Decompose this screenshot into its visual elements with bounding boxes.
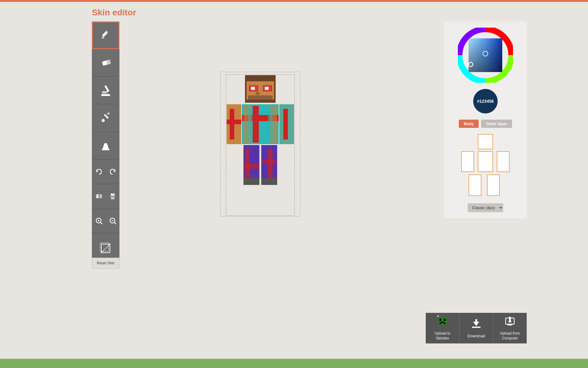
- svg-rect-64: [221, 72, 300, 216]
- svg-rect-16: [96, 195, 97, 197]
- skin-canvas-area: [138, 21, 383, 267]
- svg-rect-73: [439, 319, 441, 321]
- skin-sprite: [220, 72, 300, 217]
- zoom-in-button[interactable]: [92, 209, 106, 233]
- body-part-head[interactable]: [478, 134, 493, 149]
- top-bar: [0, 0, 588, 2]
- svg-rect-22: [111, 197, 115, 199]
- download-button[interactable]: Download: [459, 313, 493, 343]
- upload-skindex-icon: [437, 316, 448, 329]
- upload-skindex-button[interactable]: Upload toSkindex: [426, 313, 459, 343]
- svg-rect-72: [438, 317, 447, 325]
- svg-rect-75: [441, 322, 444, 323]
- body-part-selector: [459, 134, 511, 198]
- svg-rect-80: [475, 319, 477, 324]
- color-picker-panel: #123456 Body Outer layer Classic (4px) S…: [444, 21, 527, 218]
- svg-rect-81: [472, 327, 481, 328]
- svg-rect-84: [507, 324, 512, 325]
- body-part-right-arm[interactable]: [497, 151, 510, 172]
- svg-rect-12: [102, 149, 109, 150]
- download-label: Download: [467, 334, 485, 338]
- outer-layer-button[interactable]: Outer layer: [481, 120, 512, 128]
- upload-skindex-label: Upload toSkindex: [435, 331, 450, 341]
- svg-line-26: [100, 222, 102, 224]
- color-wheel-svg[interactable]: [458, 28, 513, 83]
- svg-marker-13: [96, 170, 98, 172]
- zoom-row: [92, 209, 119, 233]
- svg-rect-5: [104, 85, 109, 92]
- svg-marker-11: [103, 143, 109, 149]
- svg-rect-74: [444, 319, 446, 321]
- skin-svg[interactable]: [221, 72, 300, 216]
- layer-buttons: Body Outer layer: [459, 120, 512, 128]
- tool-panel: [92, 21, 119, 264]
- mirror-row: [92, 184, 119, 209]
- color-hex-value: #123456: [477, 99, 494, 104]
- upload-computer-button[interactable]: Upload fromComputer: [493, 313, 527, 343]
- body-layer-button[interactable]: Body: [459, 120, 479, 128]
- mirror-v-button[interactable]: [106, 184, 119, 209]
- svg-rect-69: [469, 38, 502, 72]
- upload-computer-icon: [504, 316, 515, 329]
- svg-rect-20: [111, 193, 114, 194]
- upload-computer-label: Upload fromComputer: [500, 331, 520, 341]
- action-buttons: Upload toSkindex Download Upload fromCom…: [426, 313, 527, 343]
- body-part-left-leg[interactable]: [469, 174, 481, 196]
- download-icon: [471, 318, 482, 331]
- stamp-tool[interactable]: [92, 132, 119, 159]
- fill-tool[interactable]: [92, 77, 119, 104]
- eraser-tool[interactable]: [92, 49, 119, 77]
- svg-rect-6: [102, 91, 107, 94]
- svg-rect-85: [509, 317, 511, 321]
- mirror-h-button[interactable]: [92, 184, 106, 209]
- svg-marker-14: [113, 170, 115, 172]
- svg-marker-7: [101, 94, 110, 96]
- svg-rect-10: [107, 113, 110, 115]
- bottom-bar: [0, 359, 588, 368]
- body-part-torso[interactable]: [478, 151, 493, 172]
- pencil-tool[interactable]: [92, 21, 119, 49]
- svg-marker-1: [102, 36, 104, 38]
- color-swatch[interactable]: #123456: [473, 89, 498, 113]
- body-part-right-leg[interactable]: [487, 174, 500, 196]
- undo-button[interactable]: [92, 159, 106, 184]
- svg-rect-77: [444, 323, 446, 324]
- page-title: Skin editor: [92, 8, 136, 17]
- undo-redo-row: [92, 159, 119, 184]
- color-wheel-container[interactable]: [458, 28, 513, 83]
- svg-line-32: [101, 243, 111, 253]
- zoom-out-button[interactable]: [106, 209, 119, 233]
- redo-button[interactable]: [106, 159, 119, 184]
- svg-rect-76: [439, 323, 441, 324]
- svg-marker-78: [437, 316, 439, 316]
- body-part-left-arm[interactable]: [461, 151, 474, 172]
- eyedropper-tool[interactable]: [92, 104, 119, 132]
- svg-rect-18: [100, 194, 102, 198]
- reset-skin-button[interactable]: Reset Skin: [92, 258, 119, 269]
- scale-selector[interactable]: Classic (4px) Slim (4px) Classic (2px) S…: [468, 203, 503, 212]
- svg-line-29: [114, 222, 116, 224]
- svg-point-8: [102, 119, 105, 122]
